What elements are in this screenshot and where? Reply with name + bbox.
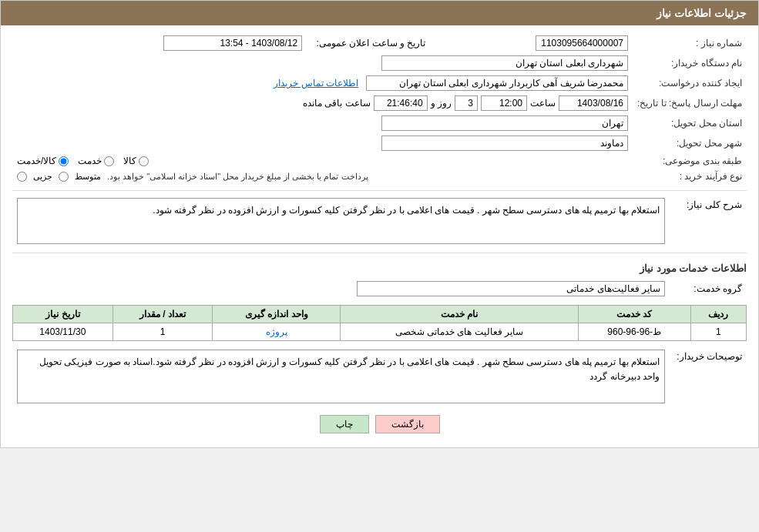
category-label: طبقه بندی موضوعی: — [633, 153, 747, 169]
city-value: دماوند — [12, 133, 633, 153]
need-number-label: شماره نیاز : — [633, 33, 747, 53]
description-box: استعلام بها ترمیم پله های دسترسی سطح شهر… — [17, 198, 665, 244]
process-label: نوع فرآیند خرید : — [633, 169, 747, 184]
process-motavasset-label: متوسط — [75, 172, 101, 182]
process-jozi-label: جزیی — [33, 172, 52, 182]
page-title: جزئیات اطلاعات نیاز — [657, 7, 747, 19]
col-name: نام خدمت — [341, 306, 578, 323]
deadline-date-display: 1403/08/16 — [559, 95, 628, 111]
page-header: جزئیات اطلاعات نیاز — [1, 1, 758, 25]
col-row: ردیف — [690, 306, 746, 323]
button-row: بازگشت چاپ — [12, 415, 747, 433]
pub-datetime-value: 1403/08/12 - 13:54 — [12, 33, 307, 53]
description-label: شرح کلی نیاز: — [670, 196, 747, 246]
col-code: کد خدمت — [578, 306, 690, 323]
need-number-display: 1103095664000007 — [536, 35, 628, 51]
service-group-value: سایر فعالیت‌های خدماتی — [12, 279, 670, 299]
remaining-time-display: 21:46:40 — [374, 95, 428, 111]
buyer-name-label: نام دستگاه خریدار: — [633, 53, 747, 73]
remaining-days-display: 3 — [455, 95, 478, 111]
cell-name: سایر فعالیت های خدماتی شخصی — [341, 323, 578, 341]
services-table: ردیف کد خدمت نام خدمت واحد اندازه گیری ت… — [12, 305, 747, 341]
service-group-table: گروه خدمت: سایر فعالیت‌های خدماتی — [12, 279, 747, 299]
deadline-label: مهلت ارسال پاسخ: تا تاریخ: — [633, 93, 747, 113]
city-display: دماوند — [381, 136, 628, 151]
process-row: جزیی متوسط پرداخت تمام یا بخشی از مبلغ خ… — [12, 169, 633, 184]
buyer-name-display: شهرداری ابعلی استان تهران — [381, 55, 628, 71]
table-row: 1ط-96-96-960سایر فعالیت های خدماتی شخصیپ… — [13, 323, 747, 341]
back-button[interactable]: بازگشت — [375, 415, 440, 433]
pub-datetime-display: 1403/08/12 - 13:54 — [163, 35, 302, 51]
divider-2 — [12, 253, 747, 253]
cell-qty: 1 — [113, 323, 213, 341]
basic-info-table: شماره نیاز : 1103095664000007 تاریخ و سا… — [12, 33, 747, 184]
deadline-row: 1403/08/16 ساعت 12:00 3 روز و 21:46:40 س… — [12, 93, 633, 113]
cell-code: ط-96-96-960 — [578, 323, 690, 341]
process-text: پرداخت تمام یا بخشی از مبلغ خریدار محل "… — [107, 172, 368, 182]
col-qty: تعداد / مقدار — [113, 306, 213, 323]
buyer-desc-value: استعلام بها ترمیم پله های دسترسی سطح شهر… — [12, 347, 670, 406]
buyer-desc-table: توصیحات خریدار: استعلام بها ترمیم پله ها… — [12, 347, 747, 406]
remaining-days-label: روز و — [431, 98, 452, 109]
col-date: تاریخ نیاز — [13, 306, 113, 323]
pub-datetime-label: تاریخ و ساعت اعلان عمومی: — [307, 33, 430, 53]
need-number-value: 1103095664000007 — [430, 33, 633, 53]
description-value: استعلام بها ترمیم پله های دسترسی سطح شهر… — [12, 196, 670, 246]
cell-date: 1403/11/30 — [13, 323, 113, 341]
creator-label: ایجاد کننده درخواست: — [633, 73, 747, 93]
creator-display: محمدرضا شریف آهی کاربردار شهرداری ابعلی … — [366, 75, 628, 91]
category-kala[interactable]: کالا — [123, 156, 149, 166]
category-options: کالا/خدمت خدمت کالا — [12, 153, 633, 169]
buyer-desc-label: توصیحات خریدار: — [670, 347, 747, 406]
process-motavasset-radio[interactable] — [59, 172, 69, 182]
cell-unit: پروژه — [213, 323, 341, 341]
services-section-title: اطلاعات خدمات مورد نیاز — [12, 263, 747, 274]
cell-row: 1 — [690, 323, 746, 341]
province-label: استان محل تحویل: — [633, 113, 747, 133]
category-kala-khedmat[interactable]: کالا/خدمت — [17, 156, 69, 166]
description-table: شرح کلی نیاز: استعلام بها ترمیم پله های … — [12, 196, 747, 246]
deadline-time-label: ساعت — [530, 98, 556, 109]
creator-link[interactable]: اطلاعات تماس خریدار — [274, 78, 358, 89]
print-button[interactable]: چاپ — [320, 415, 369, 433]
creator-value: محمدرضا شریف آهی کاربردار شهرداری ابعلی … — [12, 73, 633, 93]
buyer-desc-box: استعلام بها ترمیم پله های دسترسی سطح شهر… — [17, 350, 665, 403]
divider-1 — [12, 190, 747, 191]
buyer-name-value: شهرداری ابعلی استان تهران — [12, 53, 633, 73]
process-jozi-radio[interactable] — [17, 172, 27, 182]
remaining-time-label: ساعت باقی مانده — [303, 98, 371, 109]
service-group-label: گروه خدمت: — [670, 279, 747, 299]
category-khedmat[interactable]: خدمت — [78, 156, 114, 166]
province-value: تهران — [12, 113, 633, 133]
page-content: شماره نیاز : 1103095664000007 تاریخ و سا… — [1, 25, 758, 447]
city-label: شهر محل تحویل: — [633, 133, 747, 153]
province-display: تهران — [381, 115, 628, 131]
service-group-display: سایر فعالیت‌های خدماتی — [357, 281, 665, 296]
main-container: جزئیات اطلاعات نیاز شماره نیاز : 1103095… — [0, 0, 759, 448]
col-unit: واحد اندازه گیری — [213, 306, 341, 323]
deadline-time-display: 12:00 — [481, 95, 527, 111]
